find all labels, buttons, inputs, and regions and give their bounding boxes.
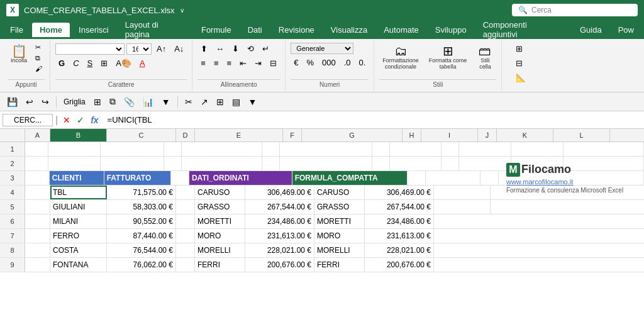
cell-i1[interactable]: [390, 142, 442, 156]
col-e[interactable]: E: [195, 129, 283, 142]
tab-dati[interactable]: Dati: [240, 23, 270, 37]
cell-j1[interactable]: [441, 142, 459, 156]
cell-g8[interactable]: MORELLI: [314, 243, 365, 257]
font-color-button[interactable]: A: [136, 57, 148, 69]
cell-g7[interactable]: MORO: [314, 229, 365, 243]
italic-button[interactable]: C: [70, 57, 82, 69]
align-right-button[interactable]: ≡: [224, 57, 235, 69]
cell-a9[interactable]: [25, 258, 50, 272]
filename-chevron[interactable]: ∨: [180, 7, 184, 14]
cell-h7[interactable]: 231,613.00 €: [365, 229, 434, 243]
cell-b7[interactable]: FERRO: [50, 229, 107, 243]
col-k[interactable]: K: [497, 129, 553, 142]
cell-c5[interactable]: 58,303.00 €: [107, 200, 176, 214]
filter-btn[interactable]: ▼: [158, 95, 174, 109]
cell-f8[interactable]: 228,021.00 €: [245, 243, 314, 257]
cell-h4[interactable]: 306,469.00 €: [365, 186, 434, 199]
cell-a5[interactable]: [25, 200, 50, 214]
list-btn[interactable]: ▤: [229, 95, 243, 109]
col-f[interactable]: F: [283, 129, 302, 142]
font-size-select[interactable]: 16: [126, 43, 152, 55]
cell-g4[interactable]: CARUSO: [314, 186, 365, 199]
align-bottom-button[interactable]: ⬇: [229, 43, 242, 55]
tab-componenti[interactable]: Componenti aggiuntivi: [475, 18, 571, 42]
col-h[interactable]: H: [402, 129, 421, 142]
cell-c3-fatturato[interactable]: FATTURATO: [104, 171, 171, 185]
cell-f6[interactable]: 234,486.00 €: [245, 214, 314, 228]
attach-btn[interactable]: 📎: [121, 95, 138, 109]
cell-i5[interactable]: [434, 200, 491, 214]
cell-l1[interactable]: [511, 142, 564, 156]
cell-b3-clienti[interactable]: CLIENTI: [50, 171, 104, 185]
tab-automate[interactable]: Automate: [376, 23, 426, 37]
col-b[interactable]: B: [50, 129, 107, 142]
col-l[interactable]: L: [553, 129, 610, 142]
formula-input[interactable]: [104, 114, 641, 126]
wrap-text-button[interactable]: ↵: [259, 43, 272, 55]
cell-g3-formula[interactable]: FORMULA_COMPATTA: [292, 171, 408, 185]
cell-d2[interactable]: [164, 157, 182, 170]
cell-a6[interactable]: [25, 214, 50, 228]
tab-file[interactable]: File: [3, 23, 31, 37]
cell-c7[interactable]: 87,440.00 €: [107, 229, 176, 243]
align-center-button[interactable]: ≡: [211, 57, 222, 69]
cell-h3[interactable]: [408, 171, 426, 185]
format-button[interactable]: 📐: [513, 72, 529, 84]
col-g[interactable]: G: [302, 129, 402, 142]
copy-toolbar-btn[interactable]: ⧉: [106, 94, 119, 109]
cell-h9[interactable]: 200,676.00 €: [365, 258, 434, 272]
cell-i2[interactable]: [390, 157, 442, 170]
cell-e2[interactable]: [182, 157, 262, 170]
cell-b5[interactable]: GIULIANI: [50, 200, 107, 214]
cell-h8[interactable]: 228,021.00 €: [365, 243, 434, 257]
cell-a7[interactable]: [25, 229, 50, 243]
cell-g9[interactable]: FERRI: [314, 258, 365, 272]
cut-toolbar-btn[interactable]: ✂: [182, 95, 196, 109]
percent-button[interactable]: %: [303, 57, 317, 69]
insert-cells-button[interactable]: ⊞: [513, 43, 526, 55]
grid-toggle-btn[interactable]: Griglia: [60, 96, 89, 108]
cell-e8[interactable]: MORELLI: [195, 243, 245, 257]
cell-e1[interactable]: [182, 142, 262, 156]
cell-e4[interactable]: CARUSO: [195, 186, 245, 199]
cell-d8[interactable]: [176, 243, 195, 257]
cell-b8-costa[interactable]: COSTA: [50, 243, 107, 257]
cell-f1[interactable]: [262, 142, 280, 156]
tab-formule[interactable]: Formule: [194, 23, 239, 37]
down-btn[interactable]: ▼: [245, 95, 260, 109]
cut-button[interactable]: ✂: [33, 43, 45, 52]
increase-indent-button[interactable]: ⇥: [252, 57, 265, 69]
tab-visualizza[interactable]: Visualizza: [323, 23, 375, 37]
shrink-font-button[interactable]: A↓: [171, 43, 187, 55]
cell-h1[interactable]: [372, 142, 390, 156]
paste-button[interactable]: 📋 Incolla: [8, 43, 30, 65]
formula-cancel-btn[interactable]: ✕: [60, 114, 73, 126]
cell-d5[interactable]: [176, 200, 195, 214]
cell-g5[interactable]: GRASSO: [314, 200, 365, 214]
cell-f4[interactable]: 306,469.00 €: [245, 186, 314, 199]
cell-j3[interactable]: [480, 171, 499, 185]
cell-f5[interactable]: 267,544.00 €: [245, 200, 314, 214]
cell-a1[interactable]: [25, 142, 48, 156]
cell-b6[interactable]: MILANI: [50, 214, 107, 228]
cell-i3[interactable]: [426, 171, 480, 185]
name-box[interactable]: [3, 114, 53, 126]
currency-button[interactable]: €: [291, 57, 301, 69]
cell-c8[interactable]: 76,544.00 €: [107, 243, 176, 257]
merge-center-button[interactable]: ⊟: [267, 57, 280, 69]
cell-k1[interactable]: [459, 142, 511, 156]
cell-e5[interactable]: GRASSO: [195, 200, 245, 214]
tab-guida[interactable]: Guida: [572, 23, 609, 37]
increase-decimal-button[interactable]: .0: [341, 57, 354, 69]
cell-styles-button[interactable]: 🗃 Stilicella: [474, 43, 496, 72]
cell-m1[interactable]: [564, 142, 644, 156]
cell-f9[interactable]: 200,676.00 €: [245, 258, 314, 272]
underline-button[interactable]: S: [84, 57, 96, 69]
format-painter-button[interactable]: 🖌: [33, 64, 45, 73]
cell-a8[interactable]: [25, 243, 50, 257]
cell-i4[interactable]: [434, 186, 491, 199]
cell-e7[interactable]: MORO: [195, 229, 245, 243]
cell-f2[interactable]: [262, 157, 280, 170]
col-a[interactable]: A: [25, 129, 50, 142]
cell-h2[interactable]: [372, 157, 390, 170]
